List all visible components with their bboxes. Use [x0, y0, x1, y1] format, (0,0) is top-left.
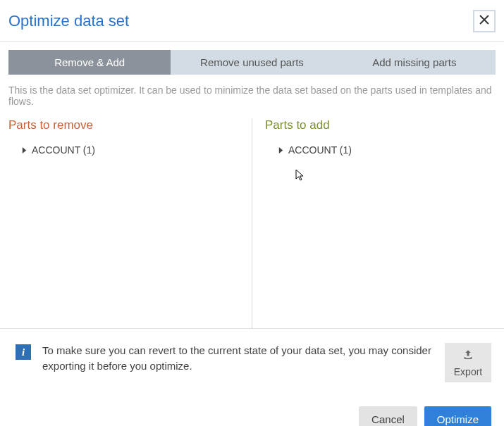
parts-to-add-column: Parts to add ACCOUNT (1): [252, 118, 496, 328]
caret-right-icon: [21, 147, 27, 154]
close-icon: [478, 13, 491, 29]
close-button[interactable]: [473, 10, 496, 32]
remove-item-label: ACCOUNT (1): [32, 144, 95, 156]
parts-to-add-title: Parts to add: [265, 118, 496, 132]
tab-remove-and-add[interactable]: Remove & Add: [8, 50, 171, 75]
info-text: To make sure you can revert to the curre…: [42, 343, 434, 374]
optimize-button[interactable]: Optimize: [424, 406, 491, 426]
tab-bar: Remove & Add Remove unused parts Add mis…: [8, 50, 496, 75]
parts-to-remove-title: Parts to remove: [8, 118, 239, 132]
export-label: Export: [454, 366, 482, 377]
parts-to-remove-column: Parts to remove ACCOUNT (1): [8, 118, 252, 328]
dialog-title: Optimize data set: [8, 12, 129, 30]
add-tree-item[interactable]: ACCOUNT (1): [265, 142, 496, 158]
dialog-header: Optimize data set: [0, 0, 504, 42]
info-bar: i To make sure you can revert to the cur…: [0, 328, 504, 396]
info-icon: i: [16, 344, 31, 360]
dialog-footer: Cancel Optimize: [0, 396, 504, 426]
remove-tree-item[interactable]: ACCOUNT (1): [8, 142, 239, 158]
export-button[interactable]: Export: [445, 343, 491, 382]
columns-wrapper: Parts to remove ACCOUNT (1) Parts to add…: [0, 110, 504, 328]
tab-remove-unused[interactable]: Remove unused parts: [171, 50, 333, 75]
export-icon: [462, 349, 474, 363]
caret-right-icon: [278, 147, 284, 154]
add-item-label: ACCOUNT (1): [288, 144, 352, 156]
tab-add-missing[interactable]: Add missing parts: [333, 50, 496, 75]
optimizer-description: This is the data set optimizer. It can b…: [0, 75, 504, 110]
cancel-button[interactable]: Cancel: [359, 406, 417, 426]
